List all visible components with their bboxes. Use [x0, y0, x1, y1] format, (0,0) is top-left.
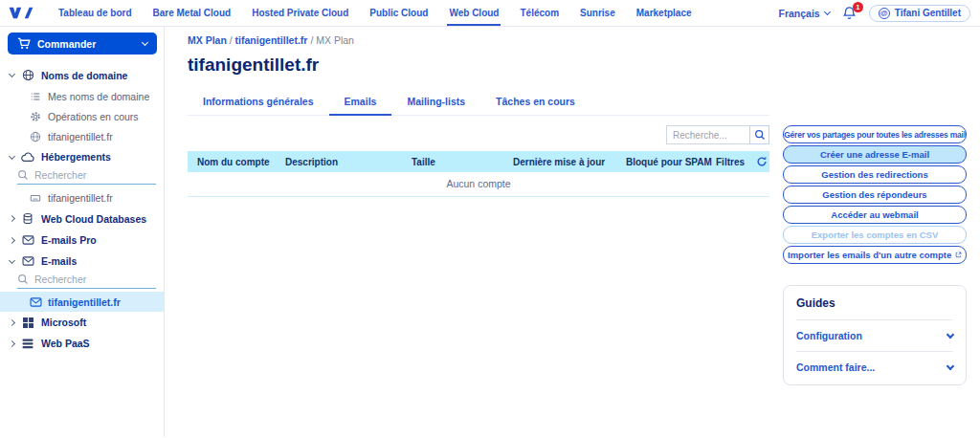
manage-responders-button[interactable]: Gestion des répondeurs — [783, 186, 967, 204]
topnav-tableau-de-bord[interactable]: Tableau de bord — [48, 0, 143, 26]
cloud-icon — [21, 152, 34, 163]
column-header-size: Taille — [412, 157, 513, 167]
order-button-label: Commander — [37, 38, 96, 50]
sidebar-section-domains[interactable]: Noms de domaine — [0, 64, 164, 86]
user-name: Tifani Gentillet — [895, 8, 961, 18]
create-email-button[interactable]: Créer une adresse E-mail — [783, 145, 967, 164]
sidebar-item-hosting-tifanigentillet[interactable]: tifanigentillet.fr — [0, 187, 164, 208]
chevron-right-icon — [9, 339, 15, 346]
table-search-bar — [188, 125, 769, 144]
topbar-right: Français 1 @ Tifani Gentillet — [779, 5, 970, 22]
sidebar: Commander Noms de domaine Mes noms de do… — [0, 27, 165, 437]
chevron-right-icon — [9, 236, 15, 243]
search-icon — [17, 274, 29, 285]
language-label: Français — [779, 8, 820, 19]
section-label: Microsoft — [41, 317, 86, 328]
topnav-bare-metal-cloud[interactable]: Bare Metal Cloud — [143, 0, 242, 26]
notifications-button[interactable]: 1 — [842, 6, 857, 20]
hosting-search-input[interactable] — [34, 169, 130, 181]
chevron-down-icon — [9, 256, 15, 263]
topnav-marketplace[interactable]: Marketplace — [626, 0, 702, 26]
sidebar-item-label: Mes noms de domaine — [48, 91, 149, 102]
sidebar-item-operations[interactable]: Opérations en cours — [0, 106, 164, 126]
topbar: Tableau de bord Bare Metal Cloud Hosted … — [0, 0, 980, 27]
breadcrumb-current: MX Plan — [316, 34, 354, 46]
column-header-spam-blocked: Bloqué pour SPAM — [626, 157, 716, 167]
sidebar-item-label: Opérations en cours — [48, 111, 139, 122]
manage-redirections-button[interactable]: Gestion des redirections — [783, 165, 967, 184]
guide-comment-faire[interactable]: Comment faire... — [796, 351, 953, 383]
breadcrumb-mx-plan[interactable]: MX Plan — [188, 34, 227, 46]
sidebar-hosting-search[interactable] — [17, 169, 156, 185]
sidebar-section-databases[interactable]: Web Cloud Databases — [0, 208, 164, 230]
sidebar-item-domain-tifanigentillet[interactable]: tifanigentillet.fr — [0, 126, 164, 146]
layers-icon — [21, 339, 34, 349]
emails-search-input[interactable] — [34, 274, 130, 285]
section-label: Hébergements — [41, 151, 111, 163]
envelope-icon — [21, 235, 34, 245]
topnav-sunrise[interactable]: Sunrise — [569, 0, 626, 26]
guide-link-label: Configuration — [796, 330, 862, 341]
chevron-right-icon — [9, 215, 15, 222]
server-icon — [29, 192, 42, 204]
microsoft-icon — [21, 318, 34, 328]
refresh-icon[interactable] — [756, 156, 768, 167]
user-account-button[interactable]: @ Tifani Gentillet — [869, 5, 970, 22]
list-icon — [29, 91, 42, 102]
sidebar-section-hosting[interactable]: Hébergements — [0, 146, 164, 167]
envelope-icon — [29, 297, 42, 307]
section-label: Noms de domaine — [41, 70, 127, 81]
breadcrumb-domain[interactable]: tifanigentillet.fr — [235, 34, 308, 46]
external-link-icon — [955, 251, 962, 259]
sidebar-item-label: tifanigentillet.fr — [48, 131, 113, 142]
sidebar-item-label: tifanigentillet.fr — [48, 296, 121, 308]
sidebar-section-emails[interactable]: E-mails — [0, 251, 164, 272]
tab-taches-en-cours[interactable]: Tâches en cours — [480, 90, 590, 116]
section-label: Web Cloud Databases — [41, 213, 146, 225]
section-label: Web PaaS — [41, 338, 90, 349]
chevron-down-icon — [824, 9, 831, 15]
webmail-access-button[interactable]: Accéder au webmail — [783, 206, 967, 224]
sidebar-section-webpaas[interactable]: Web PaaS — [0, 333, 164, 354]
export-csv-button[interactable]: Exporter les comptes en CSV — [783, 226, 967, 244]
column-header-filters: Filtres — [716, 157, 756, 167]
section-label: E-mails Pro — [41, 234, 97, 246]
page-title: tifanigentillet.fr — [188, 55, 967, 76]
topnav-web-cloud[interactable]: Web Cloud — [438, 0, 509, 26]
guide-configuration[interactable]: Configuration — [796, 320, 953, 351]
section-label: E-mails — [41, 255, 77, 267]
tab-emails[interactable]: Emails — [329, 90, 392, 116]
topnav-telecom[interactable]: Télécom — [509, 0, 569, 26]
manage-shares-button[interactable]: Gérer vos partages pour toutes les adres… — [783, 125, 967, 143]
chevron-down-icon — [142, 39, 148, 46]
accounts-table-header: Nom du compte Description Taille Dernièr… — [188, 151, 769, 172]
empty-table-message: Aucun compte — [188, 172, 769, 197]
order-button[interactable]: Commander — [8, 33, 157, 55]
sidebar-item-emails-tifanigentillet[interactable]: tifanigentillet.fr — [0, 292, 164, 312]
topnav-hosted-private-cloud[interactable]: Hosted Private Cloud — [241, 0, 359, 26]
sidebar-emails-search[interactable] — [17, 274, 156, 289]
account-search-input[interactable] — [666, 125, 750, 144]
top-navigation: Tableau de bord Bare Metal Cloud Hosted … — [48, 0, 702, 26]
search-icon — [17, 169, 29, 181]
sidebar-section-emails-pro[interactable]: E-mails Pro — [0, 230, 164, 251]
sidebar-section-microsoft[interactable]: Microsoft — [0, 312, 164, 333]
topnav-public-cloud[interactable]: Public Cloud — [359, 0, 438, 26]
tab-informations-generales[interactable]: Informations générales — [188, 90, 329, 116]
ovhcloud-logo-icon[interactable] — [8, 6, 34, 20]
import-emails-label: Importer les emails d'un autre compte — [788, 250, 951, 260]
column-header-description: Description — [285, 157, 412, 167]
import-emails-button[interactable]: Importer les emails d'un autre compte — [783, 246, 967, 264]
chevron-down-icon — [9, 71, 15, 77]
globe-icon — [21, 69, 34, 81]
guides-title: Guides — [796, 296, 953, 320]
column-header-account-name: Nom du compte — [197, 157, 285, 167]
language-selector[interactable]: Français — [779, 8, 830, 19]
search-submit-button[interactable] — [749, 125, 769, 144]
guide-link-label: Comment faire... — [796, 361, 875, 373]
column-header-last-update: Dernière mise à jour — [513, 157, 626, 167]
sidebar-item-my-domains[interactable]: Mes noms de domaine — [0, 86, 164, 106]
tab-bar: Informations générales Emails Mailing-li… — [188, 90, 769, 116]
tab-mailing-lists[interactable]: Mailing-lists — [391, 90, 480, 116]
database-icon — [21, 212, 34, 225]
